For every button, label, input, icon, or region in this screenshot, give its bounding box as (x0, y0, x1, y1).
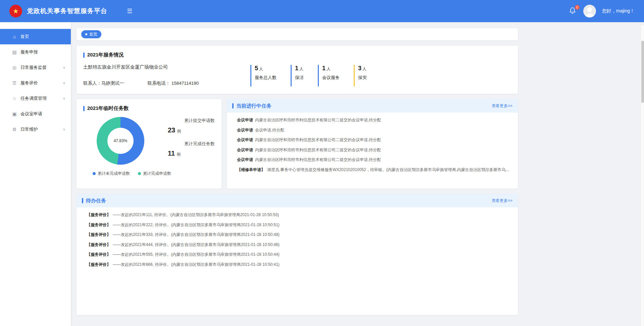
app-title: 党政机关事务智慧服务平台 (27, 7, 107, 15)
task-tag: 会议申请 (237, 147, 253, 153)
stat-item: 1人 会议服务 (318, 65, 340, 86)
chevron-down-icon: ∨ (63, 66, 65, 69)
breadcrumb-dot-icon (85, 33, 87, 35)
sidebar-item-label: 任务调度管理 (20, 95, 47, 101)
task-tag: 会议申请 (237, 127, 253, 133)
sidebar-collapse-icon[interactable]: ☰ (127, 7, 132, 15)
task-text: ——发起的2021年111, 待评价。(内蒙古自治区鄂尔多斯市乌审旗管理局202… (113, 212, 279, 218)
todo-task-row[interactable]: 【服务评价】 ——发起的2021年555, 待评价。(内蒙古自治区鄂尔多斯市乌审… (87, 250, 512, 260)
service-overview-title: 2021年服务情况 (87, 52, 123, 58)
sidebar-item[interactable]: ⌂ 首页 (0, 29, 71, 44)
stat-unit: 人 (327, 67, 331, 71)
stat-item: 1人 保洁 (291, 65, 304, 86)
sidebar-item[interactable]: ⚙ 日常维护 ∨ (0, 122, 71, 137)
task-text: ——发起的2021年222, 待评价。(内蒙古自治区鄂尔多斯市乌审旗管理局202… (113, 222, 280, 228)
stat-item: 3人 保安 (354, 65, 367, 86)
stat-label: 会议服务 (322, 75, 340, 81)
task-tag: 【服务评价】 (87, 232, 111, 238)
todo-task-row[interactable]: 【服务评价】 ——发起的2021年333, 待评价。(内蒙古自治区鄂尔多斯市乌审… (87, 230, 512, 240)
task-text: 会议申请,待分配 (255, 127, 284, 133)
scrollbar-thumb[interactable] (641, 41, 644, 103)
submitted-count-value: 23 (168, 126, 175, 134)
task-text: 调度员,事务中心管理员提交维修服务WX202102010052，待审核。(内蒙古… (267, 167, 512, 173)
notification-badge: 0 (575, 5, 580, 10)
sidebar-item[interactable]: ☰ 服务评价 ∨ (0, 75, 71, 91)
legend-item: 累计完成申请数 (138, 171, 171, 176)
title-accent-bar (83, 52, 85, 58)
sidebar-item-label: 日常维护 (20, 126, 38, 132)
scrollbar-corner (641, 22, 644, 26)
sidebar-item-icon: ◎ (12, 65, 17, 70)
ongoing-task-row[interactable]: 会议申请 内蒙古自治区呼和浩特市利信息技术有限公司二提交的会议申请,待分配 (237, 145, 512, 155)
task-text: 内蒙古自治区呼和浩特市利信息技术有限公司二提交的会议申请,待分配 (255, 117, 381, 123)
task-text: ——发起的2021年666, 待评价。(内蒙古自治区鄂尔多斯市乌审旗管理局202… (113, 262, 280, 268)
task-tag: 【服务评价】 (87, 212, 111, 218)
sidebar-item[interactable]: ☆ 任务调度管理 ∨ (0, 91, 71, 106)
ongoing-task-row[interactable]: 【维修单申请】 调度员,事务中心管理员提交维修服务WX202102010052，… (237, 165, 512, 175)
company-name: 土默特左旗金川开发区金厦广场物业公司 (83, 64, 199, 70)
stat-label: 保安 (358, 75, 367, 81)
task-text: ——发起的2021年333, 待评价。(内蒙古自治区鄂尔多斯市乌审旗管理局202… (113, 232, 280, 238)
legend-dot-icon (93, 172, 96, 175)
chevron-down-icon: ∨ (63, 97, 65, 100)
todo-tasks-more-link[interactable]: 查看更多>> (492, 198, 512, 204)
title-accent-bar (83, 106, 85, 111)
task-text: 内蒙古自治区呼和浩特市利信息技术有限公司二提交的会议申请,待分配 (255, 137, 381, 143)
task-text: ——发起的2021年444, 待评价。(内蒙古自治区鄂尔多斯市乌审旗管理局202… (113, 242, 280, 248)
contact-person: 联系人：马静测试一 (83, 80, 124, 86)
app-header: ★ 党政机关事务智慧服务平台 ☰ 0 您好，majing！ (0, 0, 644, 22)
task-tag: 会议申请 (237, 117, 253, 123)
sidebar-item-label: 服务申报 (20, 49, 38, 55)
task-tag: 【服务评价】 (87, 242, 111, 248)
todo-task-row[interactable]: 【服务评价】 ——发起的2021年111, 待评价。(内蒙古自治区鄂尔多斯市乌审… (87, 210, 512, 220)
title-accent-bar (82, 198, 83, 203)
stat-unit: 人 (299, 67, 303, 71)
ongoing-task-row[interactable]: 会议申请 内蒙古自治区呼和浩特市利信息技术有限公司二提交的会议申请,待分配 (237, 155, 512, 165)
sidebar-item[interactable]: ◎ 日常服务监督 ∨ (0, 60, 71, 75)
sidebar-item-icon: ▤ (12, 49, 17, 55)
breadcrumb: 首页 (77, 28, 518, 40)
sidebar-item-label: 首页 (20, 34, 29, 40)
ongoing-tasks-panel: 当前进行中任务 查看更多>> 会议申请 内蒙古自治区呼和浩特市利信息技术有限公司… (227, 99, 518, 189)
ongoing-task-row[interactable]: 会议申请 会议申请,待分配 (237, 125, 512, 135)
sidebar-item-label: 服务评价 (20, 80, 38, 86)
breadcrumb-label: 首页 (89, 32, 97, 37)
task-tag: 【服务评价】 (87, 252, 111, 257)
sidebar-item[interactable]: ▤ 服务申报 (0, 44, 71, 60)
sidebar-item-label: 日常服务监督 (20, 65, 47, 71)
task-tag: 【维修单申请】 (237, 167, 265, 173)
stat-unit: 人 (362, 67, 366, 71)
ongoing-task-row[interactable]: 会议申请 内蒙古自治区呼和浩特市利信息技术有限公司二提交的会议申请,待分配 (237, 115, 512, 125)
stat-value: 3 (358, 65, 361, 72)
contact-phone: 联系电话： 15847114190 (148, 80, 199, 86)
notification-bell-button[interactable]: 0 (568, 7, 577, 15)
main-content: 首页 2021年服务情况 土默特左旗金川开发区金厦广场物业公司 联系人：马静测试… (71, 22, 644, 326)
stat-label: 保洁 (295, 75, 304, 81)
stat-label: 服务总人数 (255, 75, 277, 81)
ongoing-tasks-more-link[interactable]: 查看更多>> (492, 103, 512, 109)
todo-task-row[interactable]: 【服务评价】 ——发起的2021年222, 待评价。(内蒙古自治区鄂尔多斯市乌审… (87, 220, 512, 230)
sidebar-item-label: 会议室申请 (20, 111, 42, 117)
ongoing-tasks-title: 当前进行中任务 (236, 103, 271, 109)
sidebar-item-icon: ⚙ (12, 127, 17, 132)
service-overview-card: 2021年服务情况 土默特左旗金川开发区金厦广场物业公司 联系人：马静测试一 联… (77, 46, 518, 94)
task-text: 内蒙古自治区呼和浩特市利信息技术有限公司二提交的会议申请,待分配 (255, 147, 381, 153)
user-avatar[interactable] (583, 5, 596, 17)
breadcrumb-home-tag[interactable]: 首页 (81, 30, 101, 38)
user-icon (583, 5, 596, 17)
stat-item: 5人 服务总人数 (250, 65, 277, 86)
task-tag: 【服务评价】 (87, 222, 111, 228)
stat-value: 1 (322, 65, 326, 72)
sidebar-item-icon: ☆ (12, 96, 17, 101)
ongoing-task-row[interactable]: 会议申请 内蒙古自治区呼和浩特市利信息技术有限公司二提交的会议申请,待分配 (237, 135, 512, 145)
task-tag: 【服务评价】 (87, 262, 111, 268)
chart-legend: 累计未完成申请数 累计完成申请数 (93, 171, 215, 176)
todo-task-row[interactable]: 【服务评价】 ——发起的2021年444, 待评价。(内蒙古自治区鄂尔多斯市乌审… (87, 240, 512, 250)
service-stats: 5人 服务总人数 1人 保洁 (250, 65, 511, 86)
stat-value: 5 (255, 65, 258, 72)
sidebar-item-icon: ▣ (12, 111, 17, 117)
legend-dot-icon (138, 172, 141, 175)
sidebar-item[interactable]: ▣ 会议室申请 (0, 106, 71, 122)
todo-task-row[interactable]: 【服务评价】 ——发起的2021年666, 待评价。(内蒙古自治区鄂尔多斯市乌审… (87, 260, 512, 270)
vertical-scrollbar[interactable] (641, 22, 644, 326)
